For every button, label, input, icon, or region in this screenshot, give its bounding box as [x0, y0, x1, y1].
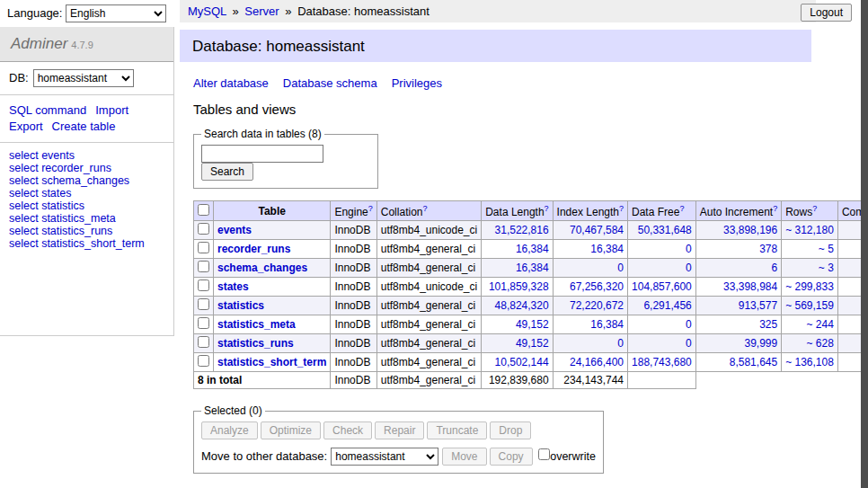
db-select[interactable]: homeassistant — [33, 69, 134, 87]
data-free-link[interactable]: 0 — [686, 262, 692, 274]
index-length-link[interactable]: 0 — [617, 262, 624, 274]
action-link-database-schema[interactable]: Database schema — [283, 76, 377, 90]
row-checkbox[interactable] — [198, 242, 209, 253]
sidebar-table-link-events[interactable]: select events — [9, 149, 75, 162]
help-link[interactable]: ? — [545, 204, 549, 213]
row-checkbox[interactable] — [198, 298, 209, 310]
analyze-button[interactable]: Analyze — [201, 421, 258, 439]
copy-button[interactable]: Copy — [490, 448, 533, 466]
table-link-statistics[interactable]: statistics — [217, 299, 264, 312]
rows-link[interactable]: ~ 628 — [807, 337, 834, 350]
auto-increment-link[interactable]: 33,398,984 — [723, 280, 777, 293]
index-length-link[interactable]: 70,467,584 — [570, 224, 624, 236]
data-length-link[interactable]: 31,522,816 — [495, 224, 549, 236]
data-free-link[interactable]: 104,857,600 — [632, 280, 692, 293]
rows-link[interactable]: ~ 299,833 — [785, 280, 834, 293]
sidebar-table-link-statistics-meta[interactable]: select statistics_meta — [9, 212, 116, 225]
auto-increment-link[interactable]: 33,898,196 — [723, 224, 777, 236]
help-link[interactable]: ? — [773, 204, 777, 213]
sidebar-link-import[interactable]: Import — [95, 103, 128, 117]
data-free-link[interactable]: 0 — [686, 243, 692, 255]
data-free-link[interactable]: 0 — [686, 337, 692, 350]
row-checkbox[interactable] — [198, 355, 209, 367]
sidebar-link-create-table[interactable]: Create table — [52, 120, 116, 133]
scrollbar[interactable] — [861, 0, 868, 488]
breadcrumb-server[interactable]: Server — [244, 4, 279, 18]
sidebar-link-sql-command[interactable]: SQL command — [9, 103, 86, 117]
index-length-link[interactable]: 67,256,320 — [570, 280, 624, 293]
auto-increment-link[interactable]: 6 — [771, 262, 777, 274]
action-link-privileges[interactable]: Privileges — [392, 76, 442, 90]
data-free-link[interactable]: 6,291,456 — [643, 299, 691, 312]
sidebar-table-link-schema-changes[interactable]: select schema_changes — [9, 174, 129, 187]
table-link-states[interactable]: states — [217, 280, 249, 293]
overwrite-checkbox[interactable] — [538, 448, 550, 460]
table-link-schema-changes[interactable]: schema_changes — [217, 262, 307, 274]
rows-link[interactable]: ~ 312,180 — [785, 224, 834, 236]
auto-increment-link[interactable]: 378 — [759, 243, 777, 255]
search-input[interactable] — [201, 145, 323, 163]
help-link[interactable]: ? — [619, 204, 624, 213]
table-link-statistics-meta[interactable]: statistics_meta — [217, 318, 296, 331]
rows-link[interactable]: ~ 569,159 — [785, 299, 834, 312]
row-checkbox[interactable] — [198, 317, 209, 329]
auto-increment-link[interactable]: 913,577 — [739, 299, 777, 312]
help-link[interactable]: ? — [679, 204, 684, 213]
search-button[interactable]: Search — [201, 163, 253, 181]
action-link-alter-database[interactable]: Alter database — [193, 76, 269, 90]
engine-cell: InnoDB — [331, 334, 376, 353]
data-length-link[interactable]: 49,152 — [516, 318, 549, 331]
optimize-button[interactable]: Optimize — [261, 421, 321, 439]
row-checkbox[interactable] — [198, 336, 209, 348]
drop-button[interactable]: Drop — [490, 421, 531, 439]
sidebar-table-link-statistics-runs[interactable]: select statistics_runs — [9, 225, 112, 237]
sidebar-link-export[interactable]: Export — [9, 120, 43, 133]
help-link[interactable]: ? — [812, 204, 817, 213]
logout-button[interactable]: Logout — [801, 4, 852, 22]
table-link-statistics-short-term[interactable]: statistics_short_term — [217, 356, 326, 368]
data-length-link[interactable]: 16,384 — [516, 262, 549, 274]
data-free-link[interactable]: 188,743,680 — [632, 356, 692, 368]
help-link[interactable]: ? — [368, 204, 373, 213]
help-link[interactable]: ? — [422, 204, 427, 213]
data-free-link[interactable]: 0 — [686, 318, 692, 331]
data-length-link[interactable]: 101,859,328 — [489, 280, 549, 293]
language-select[interactable]: English — [66, 4, 166, 22]
auto-increment-link[interactable]: 8,581,645 — [730, 356, 777, 368]
sidebar-table-link-statistics[interactable]: select statistics — [9, 200, 84, 212]
data-free-link[interactable]: 50,331,648 — [638, 224, 692, 236]
auto-increment-link[interactable]: 39,999 — [744, 337, 777, 350]
auto-increment-link[interactable]: 325 — [759, 318, 777, 331]
table-link-recorder-runs[interactable]: recorder_runs — [217, 243, 290, 255]
breadcrumb-mysql[interactable]: MySQL — [188, 4, 226, 18]
rows-link[interactable]: ~ 136,108 — [785, 356, 834, 368]
rows-link[interactable]: ~ 244 — [807, 318, 834, 331]
index-length-link[interactable]: 0 — [617, 337, 624, 350]
row-checkbox[interactable] — [198, 261, 209, 272]
rows-link[interactable]: ~ 3 — [819, 262, 834, 274]
index-length-link[interactable]: 16,384 — [590, 318, 624, 331]
truncate-button[interactable]: Truncate — [427, 421, 487, 439]
language-label: Language: — [7, 6, 62, 20]
row-checkbox[interactable] — [198, 223, 209, 235]
data-length-link[interactable]: 10,502,144 — [495, 356, 549, 368]
select-all-checkbox[interactable] — [198, 204, 209, 216]
move-db-select[interactable]: homeassistant — [331, 448, 438, 466]
sidebar-table-link-statistics-short-term[interactable]: select statistics_short_term — [9, 237, 145, 250]
index-length-link[interactable]: 72,220,672 — [570, 299, 624, 312]
data-length-link[interactable]: 49,152 — [516, 337, 549, 350]
check-button[interactable]: Check — [323, 421, 372, 439]
row-checkbox[interactable] — [198, 279, 209, 291]
total-engine-cell: InnoDB — [331, 372, 376, 389]
data-length-link[interactable]: 16,384 — [516, 243, 549, 255]
repair-button[interactable]: Repair — [375, 421, 424, 439]
index-length-link[interactable]: 16,384 — [590, 243, 624, 255]
move-button[interactable]: Move — [442, 448, 486, 466]
rows-link[interactable]: ~ 5 — [819, 243, 834, 255]
index-length-link[interactable]: 24,166,400 — [570, 356, 624, 368]
sidebar-table-link-states[interactable]: select states — [9, 187, 71, 200]
table-link-statistics-runs[interactable]: statistics_runs — [217, 337, 294, 350]
table-link-events[interactable]: events — [217, 224, 252, 236]
data-length-link[interactable]: 48,824,320 — [495, 299, 549, 312]
sidebar-table-link-recorder-runs[interactable]: select recorder_runs — [9, 162, 111, 174]
